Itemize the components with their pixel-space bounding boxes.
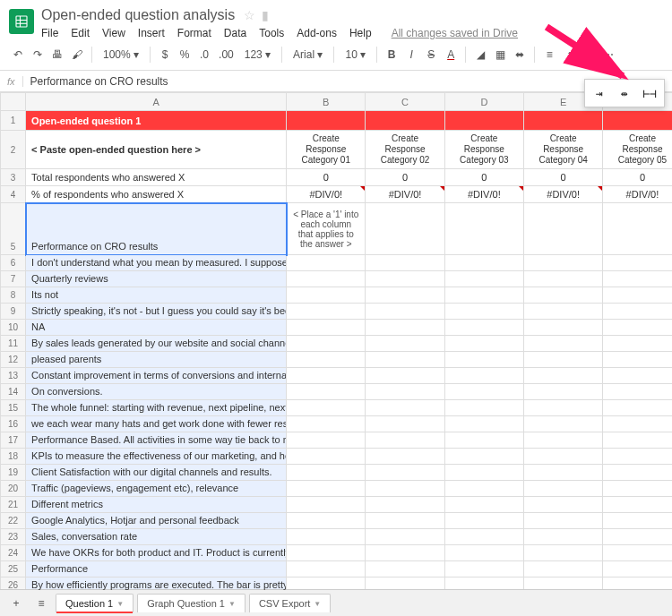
fill-color-icon[interactable]: ◢ [471, 45, 489, 64]
col-header-c[interactable]: C [366, 93, 444, 111]
menu-file[interactable]: File [41, 27, 58, 39]
row-header[interactable]: 7 [1, 271, 26, 287]
col-header-a[interactable]: A [26, 93, 287, 111]
fx-label: fx [0, 76, 23, 87]
percent-button[interactable]: % [176, 45, 194, 64]
column-resize-popup: ⇥ ⇹ ⊢⊣ [584, 79, 665, 107]
row-header[interactable]: 15 [1, 400, 26, 416]
row-header[interactable]: 13 [1, 368, 26, 384]
paint-format-icon[interactable]: 🖌 [68, 45, 86, 64]
row-header[interactable]: 8 [1, 287, 26, 304]
svg-rect-0 [16, 16, 27, 27]
decrease-decimal-button[interactable]: .0 [195, 45, 213, 64]
halign-icon[interactable]: ≡ [540, 45, 558, 64]
undo-icon[interactable]: ↶ [9, 45, 27, 64]
row-header[interactable]: 1 [1, 111, 26, 131]
row-header[interactable]: 19 [1, 465, 26, 481]
zoom-select[interactable]: 100% ▾ [98, 48, 144, 61]
document-title[interactable]: Open-ended question analysis [41, 7, 235, 23]
tab-graph-question-1[interactable]: Graph Question 1▼ [137, 594, 246, 612]
row-header[interactable]: 4 [1, 186, 26, 203]
menu-help[interactable]: Help [349, 27, 372, 39]
save-status: All changes saved in Drive [392, 27, 518, 39]
menu-data[interactable]: Data [224, 27, 246, 39]
row-header[interactable]: 10 [1, 320, 26, 336]
col-header-d[interactable]: D [444, 93, 523, 111]
col-header-b[interactable]: B [287, 93, 366, 111]
menu-edit[interactable]: Edit [71, 27, 90, 39]
menu-view[interactable]: View [102, 27, 125, 39]
italic-icon[interactable]: I [402, 45, 420, 64]
currency-button[interactable]: $ [156, 45, 174, 64]
row-header[interactable]: 12 [1, 352, 26, 368]
star-icon[interactable]: ☆ [244, 8, 255, 22]
select-all-cell[interactable] [1, 93, 26, 111]
row-header[interactable]: 9 [1, 304, 26, 320]
print-icon[interactable]: 🖶 [48, 45, 66, 64]
more-icon[interactable]: ⋯ [599, 45, 617, 64]
row-header[interactable]: 11 [1, 336, 26, 352]
font-size-select[interactable]: 10 ▾ [340, 48, 371, 61]
redo-icon[interactable]: ↷ [29, 45, 47, 64]
tab-csv-export[interactable]: CSV Export▼ [249, 594, 331, 612]
all-sheets-button[interactable]: ≡ [30, 594, 52, 613]
row-header[interactable]: 22 [1, 513, 26, 529]
number-format-select[interactable]: 123 ▾ [239, 48, 276, 61]
add-sheet-button[interactable]: + [5, 594, 27, 613]
text-color-icon[interactable]: A [442, 45, 460, 64]
increase-decimal-button[interactable]: .00 [215, 45, 237, 64]
row-header[interactable]: 21 [1, 497, 26, 513]
folder-icon[interactable]: ▮ [262, 8, 269, 22]
menu-insert[interactable]: Insert [138, 27, 165, 39]
menu-addons[interactable]: Add-ons [297, 27, 337, 39]
merge-icon[interactable]: ⬌ [511, 45, 529, 64]
sheet-tabs: + ≡ Question 1▼ Graph Question 1▼ CSV Ex… [0, 589, 672, 616]
row-header[interactable]: 23 [1, 529, 26, 545]
distribute-columns-icon[interactable]: ⇹ [614, 83, 635, 103]
row-header[interactable]: 14 [1, 384, 26, 400]
font-select[interactable]: Arial ▾ [288, 48, 328, 61]
spreadsheet-grid[interactable]: A B C D E F G 1Open-ended question 12< P… [0, 92, 672, 592]
toolbar: ↶ ↷ 🖶 🖌 100% ▾ $ % .0 .00 123 ▾ Arial ▾ … [0, 39, 672, 71]
row-header[interactable]: 16 [1, 416, 26, 432]
menu-format[interactable]: Format [177, 27, 211, 39]
row-header[interactable]: 6 [1, 255, 26, 271]
tab-question-1[interactable]: Question 1▼ [56, 594, 134, 612]
row-header[interactable]: 25 [1, 561, 26, 578]
wrap-icon[interactable]: ↩ [580, 45, 598, 64]
fit-column-icon[interactable]: ⇥ [589, 83, 610, 103]
row-header[interactable]: 18 [1, 449, 26, 465]
row-header[interactable]: 2 [1, 131, 26, 169]
row-header[interactable]: 17 [1, 432, 26, 449]
row-header[interactable]: 5 [1, 203, 26, 255]
sheets-logo [9, 9, 34, 34]
row-header[interactable]: 20 [1, 481, 26, 497]
row-header[interactable]: 24 [1, 545, 26, 561]
valign-icon[interactable]: ↕ [560, 45, 578, 64]
formula-input[interactable]: Performance on CRO results [23, 75, 672, 88]
strikethrough-icon[interactable]: S [422, 45, 440, 64]
bold-icon[interactable]: B [383, 45, 401, 64]
hide-column-icon[interactable]: ⊢⊣ [639, 83, 660, 103]
menu-tools[interactable]: Tools [259, 27, 284, 39]
borders-icon[interactable]: ▦ [491, 45, 509, 64]
row-header[interactable]: 3 [1, 169, 26, 186]
